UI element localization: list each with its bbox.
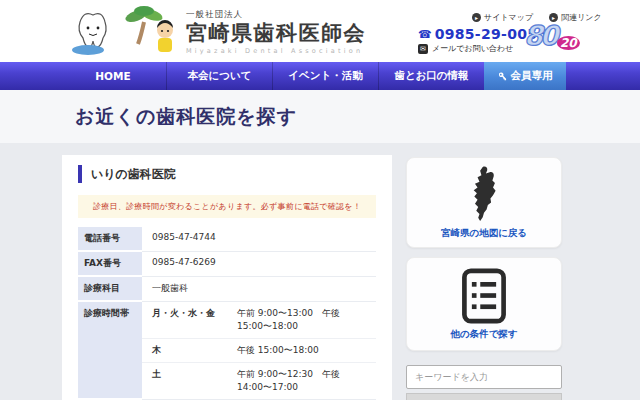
nav-item-events[interactable]: イベント・活動 xyxy=(272,62,378,90)
org-name-english: Miyazaki Dental Association xyxy=(186,47,366,55)
hours-days: 木 xyxy=(142,339,237,362)
nav-label: 会員専用 xyxy=(511,69,553,83)
hours-detail: 月・火・水・金 午前 9:00〜13:00 午後 15:00〜18:00 木 午… xyxy=(142,302,376,400)
nav-item-home[interactable]: HOME xyxy=(60,62,166,90)
row-label: FAX番号 xyxy=(78,252,142,277)
table-row: FAX番号 0985-47-6269 xyxy=(78,252,376,277)
mail-icon: ✉ xyxy=(418,44,428,54)
mascot-illustration xyxy=(58,4,180,59)
mail-contact-label: メールでお問い合わせ xyxy=(432,43,513,54)
row-label: 電話番号 xyxy=(78,227,142,252)
clinic-detail-card: いりの歯科医院 診療日、診療時間が変わることがあります。必ず事前に電話で確認を！… xyxy=(62,155,392,400)
circle-arrow-icon: ▸ xyxy=(472,13,481,22)
page-title: お近くの歯科医院を探す xyxy=(75,104,297,130)
freeword-search-button[interactable]: フリーワード検索 xyxy=(406,393,562,400)
nav-label: HOME xyxy=(95,70,130,82)
key-icon xyxy=(498,72,507,81)
nav-items: HOME 本会について イベント・活動 歯とお口の情報 会員専用 xyxy=(60,62,566,90)
site-header: 一般社団法人 宮崎県歯科医師会 Miyazaki Dental Associat… xyxy=(0,0,640,62)
other-conditions-label: 他の条件で探す xyxy=(450,328,517,341)
back-to-map-card[interactable]: 宮崎県の地図に戻る xyxy=(406,157,562,248)
search-sidebar: 宮崎県の地図に戻る 他の条件で探す フリーワード検索 xyxy=(406,157,562,400)
miyazaki-silhouette-icon xyxy=(463,165,505,223)
hours-times: 午前 9:00〜13:00 午後 15:00〜18:00 xyxy=(237,302,376,338)
hours-days: 月・火・水・金 xyxy=(142,302,237,338)
row-value: 一般歯科 xyxy=(142,277,376,302)
row-label: 診療時間帯 xyxy=(78,302,142,400)
hours-times: 午前 9:00〜12:30 午後 14:00〜17:00 xyxy=(237,363,376,399)
row-label: 診療科目 xyxy=(78,277,142,302)
nav-item-members-only[interactable]: 会員専用 xyxy=(484,62,566,90)
list-icon xyxy=(460,268,508,324)
related-links-link[interactable]: ▸ 関連リンク xyxy=(549,12,602,23)
nav-label: 歯とお口の情報 xyxy=(394,69,468,83)
logo-text-block[interactable]: 一般社団法人 宮崎県歯科医師会 Miyazaki Dental Associat… xyxy=(186,9,366,55)
page-root: 一般社団法人 宮崎県歯科医師会 Miyazaki Dental Associat… xyxy=(0,0,640,400)
nav-item-oral-info[interactable]: 歯とお口の情報 xyxy=(378,62,484,90)
row-value: 0985-47-4744 xyxy=(142,227,376,252)
page-title-band: お近くの歯科医院を探す xyxy=(0,90,640,143)
hours-row: 土 午前 9:00〜12:30 午後 14:00〜17:00 xyxy=(142,363,376,399)
8020-campaign-logo: 80 20 xyxy=(524,24,594,56)
other-conditions-card[interactable]: 他の条件で探す xyxy=(406,257,562,351)
phone-icon: ☎ xyxy=(418,28,432,41)
8020-logo-eighty: 80 xyxy=(524,20,556,51)
row-value: 0985-47-6269 xyxy=(142,252,376,277)
main-navigation: HOME 本会について イベント・活動 歯とお口の情報 会員専用 xyxy=(0,62,640,90)
table-row: 診療科目 一般歯科 xyxy=(78,277,376,302)
nav-item-about[interactable]: 本会について xyxy=(166,62,272,90)
table-row: 電話番号 0985-47-4744 xyxy=(78,227,376,252)
back-to-map-label: 宮崎県の地図に戻る xyxy=(441,227,527,240)
hours-times: 午後 15:00〜18:00 xyxy=(237,339,376,362)
hours-days: 土 xyxy=(142,363,237,399)
org-type-label: 一般社団法人 xyxy=(186,9,366,21)
8020-logo-twenty: 20 xyxy=(557,36,580,50)
related-links-label: 関連リンク xyxy=(561,12,602,23)
clinic-info-table: 電話番号 0985-47-4744 FAX番号 0985-47-6269 診療科… xyxy=(78,227,376,400)
hours-row: 木 午後 15:00〜18:00 xyxy=(142,339,376,363)
nav-label: 本会について xyxy=(188,69,252,83)
clinic-name-heading: いりの歯科医院 xyxy=(78,165,376,183)
hours-row: 月・火・水・金 午前 9:00〜13:00 午後 15:00〜18:00 xyxy=(142,302,376,339)
nav-label: イベント・活動 xyxy=(288,69,362,83)
clinic-notice: 診療日、診療時間が変わることがあります。必ず事前に電話で確認を！ xyxy=(78,195,376,218)
keyword-input[interactable] xyxy=(406,365,562,389)
table-row-hours: 診療時間帯 月・火・水・金 午前 9:00〜13:00 午後 15:00〜18:… xyxy=(78,302,376,400)
org-name: 宮崎県歯科医師会 xyxy=(186,21,366,45)
